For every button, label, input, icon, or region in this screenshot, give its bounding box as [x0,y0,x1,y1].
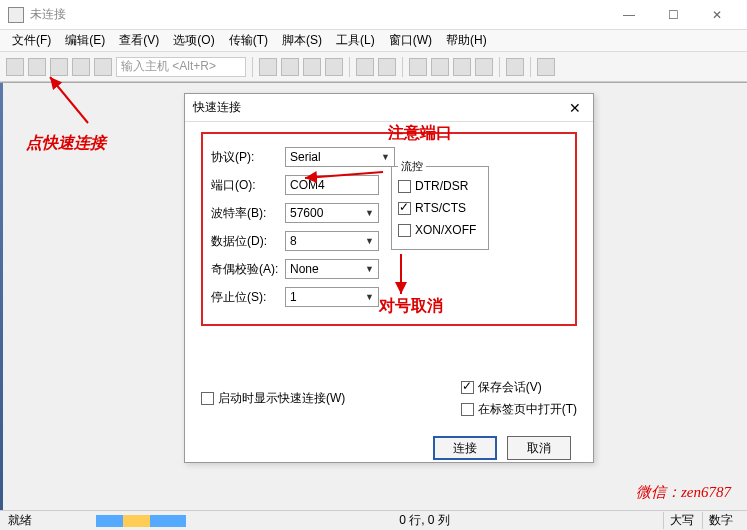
flow-control-group: 流控 DTR/DSR RTS/CTS XON/XOFF [391,166,489,250]
toolbar-icon[interactable] [537,58,555,76]
toolbar-icon[interactable] [475,58,493,76]
svg-line-0 [50,77,88,123]
content-area: 快速连接 ✕ 协议(P): Serial ▼ 端口(O): COM4 [0,82,747,510]
startup-show-label: 启动时显示快速连接(W) [218,390,345,407]
toolbar-icon[interactable] [378,58,396,76]
flow-legend: 流控 [398,159,426,174]
dialog-close-button[interactable]: ✕ [565,98,585,118]
annotation-highlight-box: 协议(P): Serial ▼ 端口(O): COM4 波特率(B): [201,132,577,326]
app-icon [8,7,24,23]
toolbar-icon[interactable] [431,58,449,76]
toolbar-icon[interactable] [281,58,299,76]
xon-xoff-checkbox[interactable] [398,224,411,237]
menu-view[interactable]: 查看(V) [113,30,165,51]
startup-show-checkbox[interactable] [201,392,214,405]
baud-select[interactable]: 57600 ▼ [285,203,379,223]
watermark: 微信：zen6787 [636,483,731,502]
toolbar-icon[interactable] [453,58,471,76]
separator [349,57,350,77]
parity-label: 奇偶校验(A): [211,261,285,278]
rts-cts-checkbox[interactable] [398,202,411,215]
databits-label: 数据位(D): [211,233,285,250]
protocol-select[interactable]: Serial ▼ [285,147,395,167]
quick-connect-dialog: 快速连接 ✕ 协议(P): Serial ▼ 端口(O): COM4 [184,93,594,463]
status-bar: 就绪 0 行, 0 列 大写 数字 [0,510,747,530]
toolbar-icon[interactable] [94,58,112,76]
toolbar-icon[interactable] [259,58,277,76]
status-position: 0 行, 0 列 [194,512,655,529]
databits-select[interactable]: 8 ▼ [285,231,379,251]
separator [530,57,531,77]
menu-transfer[interactable]: 传输(T) [223,30,274,51]
session-tab-strip [0,83,3,510]
toolbar-icon[interactable] [409,58,427,76]
window-title: 未连接 [30,6,607,23]
annotation-uncheck: 对号取消 [379,296,443,317]
quick-connect-icon[interactable] [28,58,46,76]
annotation-note-port: 注意端口 [388,123,452,144]
status-color-strip [96,515,186,527]
separator [499,57,500,77]
dtr-dsr-label: DTR/DSR [415,179,468,193]
menu-window[interactable]: 窗口(W) [383,30,438,51]
separator [252,57,253,77]
menu-help[interactable]: 帮助(H) [440,30,493,51]
status-ready: 就绪 [8,512,88,529]
parity-select[interactable]: None ▼ [285,259,379,279]
menu-file[interactable]: 文件(F) [6,30,57,51]
save-session-checkbox[interactable] [461,381,474,394]
status-caps: 大写 [663,512,700,529]
dialog-title: 快速连接 [193,99,565,116]
toolbar-icon[interactable] [50,58,68,76]
dtr-dsr-checkbox[interactable] [398,180,411,193]
xon-xoff-label: XON/XOFF [415,223,476,237]
minimize-button[interactable]: — [607,1,651,29]
toolbar: 输入主机 <Alt+R> [0,52,747,82]
host-input[interactable]: 输入主机 <Alt+R> [116,57,246,77]
menu-tools[interactable]: 工具(L) [330,30,381,51]
dialog-title-bar: 快速连接 ✕ [185,94,593,122]
toolbar-icon[interactable] [303,58,321,76]
port-select[interactable]: COM4 [285,175,379,195]
maximize-button[interactable]: ☐ [651,1,695,29]
toolbar-icon[interactable] [356,58,374,76]
window-title-bar: 未连接 — ☐ ✕ [0,0,747,30]
chevron-down-icon: ▼ [365,264,374,274]
chevron-down-icon: ▼ [381,152,390,162]
stopbits-label: 停止位(S): [211,289,285,306]
toolbar-icon[interactable] [325,58,343,76]
protocol-label: 协议(P): [211,149,285,166]
cancel-button[interactable]: 取消 [507,436,571,460]
open-in-tab-label: 在标签页中打开(T) [478,401,577,418]
menu-script[interactable]: 脚本(S) [276,30,328,51]
close-button[interactable]: ✕ [695,1,739,29]
menu-options[interactable]: 选项(O) [167,30,220,51]
menu-edit[interactable]: 编辑(E) [59,30,111,51]
connect-button[interactable]: 连接 [433,436,497,460]
help-icon[interactable] [506,58,524,76]
chevron-down-icon: ▼ [365,236,374,246]
separator [402,57,403,77]
toolbar-icon[interactable] [72,58,90,76]
chevron-down-icon: ▼ [365,292,374,302]
menu-bar: 文件(F) 编辑(E) 查看(V) 选项(O) 传输(T) 脚本(S) 工具(L… [0,30,747,52]
save-session-label: 保存会话(V) [478,379,542,396]
baud-label: 波特率(B): [211,205,285,222]
toolbar-icon[interactable] [6,58,24,76]
rts-cts-label: RTS/CTS [415,201,466,215]
port-label: 端口(O): [211,177,285,194]
chevron-down-icon: ▼ [365,208,374,218]
open-in-tab-checkbox[interactable] [461,403,474,416]
status-num: 数字 [702,512,739,529]
stopbits-select[interactable]: 1 ▼ [285,287,379,307]
annotation-click-quick: 点快速连接 [26,133,106,154]
